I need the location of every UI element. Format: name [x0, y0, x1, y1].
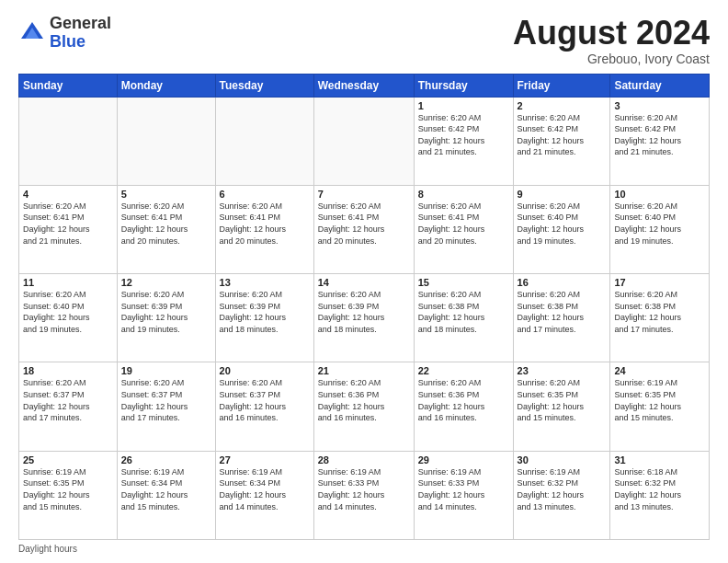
day-number: 22: [418, 365, 509, 376]
day-number: 29: [418, 454, 509, 465]
page: General Blue August 2024 Grebouo, Ivory …: [0, 0, 728, 563]
day-number: 4: [23, 189, 113, 200]
calendar-cell: 28Sunrise: 6:19 AM Sunset: 6:33 PM Dayli…: [313, 451, 414, 539]
calendar-cell: 7Sunrise: 6:20 AM Sunset: 6:41 PM Daylig…: [313, 185, 414, 273]
calendar-cell: 22Sunrise: 6:20 AM Sunset: 6:36 PM Dayli…: [414, 362, 513, 451]
day-number: 27: [220, 454, 310, 465]
day-info: Sunrise: 6:20 AM Sunset: 6:42 PM Dayligh…: [418, 112, 509, 158]
calendar-week-5: 25Sunrise: 6:19 AM Sunset: 6:35 PM Dayli…: [19, 451, 710, 539]
calendar-cell: 20Sunrise: 6:20 AM Sunset: 6:37 PM Dayli…: [215, 362, 313, 451]
calendar-cell: 2Sunrise: 6:20 AM Sunset: 6:42 PM Daylig…: [513, 97, 610, 185]
calendar-cell: 27Sunrise: 6:19 AM Sunset: 6:34 PM Dayli…: [215, 451, 313, 539]
day-number: 21: [318, 365, 410, 376]
calendar-cell: [117, 97, 215, 185]
calendar-cell: 17Sunrise: 6:20 AM Sunset: 6:38 PM Dayli…: [610, 274, 710, 362]
day-number: 2: [518, 100, 607, 111]
day-number: 18: [23, 365, 113, 376]
day-number: 1: [418, 100, 509, 111]
calendar-cell: 1Sunrise: 6:20 AM Sunset: 6:42 PM Daylig…: [414, 97, 513, 185]
calendar-header-friday: Friday: [513, 74, 610, 97]
calendar-header-thursday: Thursday: [414, 74, 513, 97]
logo-general: General: [50, 14, 111, 32]
calendar-cell: 10Sunrise: 6:20 AM Sunset: 6:40 PM Dayli…: [610, 185, 710, 273]
calendar-cell: 29Sunrise: 6:19 AM Sunset: 6:33 PM Dayli…: [414, 451, 513, 539]
calendar-cell: 14Sunrise: 6:20 AM Sunset: 6:39 PM Dayli…: [313, 274, 414, 362]
calendar-cell: 8Sunrise: 6:20 AM Sunset: 6:41 PM Daylig…: [414, 185, 513, 273]
day-info: Sunrise: 6:20 AM Sunset: 6:40 PM Dayligh…: [614, 201, 705, 247]
day-info: Sunrise: 6:18 AM Sunset: 6:32 PM Dayligh…: [614, 466, 705, 512]
day-number: 3: [614, 100, 705, 111]
day-info: Sunrise: 6:20 AM Sunset: 6:42 PM Dayligh…: [614, 112, 705, 158]
day-info: Sunrise: 6:20 AM Sunset: 6:38 PM Dayligh…: [614, 289, 705, 335]
day-info: Sunrise: 6:20 AM Sunset: 6:37 PM Dayligh…: [121, 377, 211, 423]
day-number: 5: [121, 189, 211, 200]
logo-blue: Blue: [50, 32, 85, 51]
day-number: 23: [518, 365, 607, 376]
day-number: 14: [318, 277, 410, 288]
calendar-header-sunday: Sunday: [19, 74, 118, 97]
day-info: Sunrise: 6:20 AM Sunset: 6:41 PM Dayligh…: [220, 201, 310, 247]
day-info: Sunrise: 6:20 AM Sunset: 6:37 PM Dayligh…: [220, 377, 310, 423]
logo-icon: [18, 19, 46, 47]
day-info: Sunrise: 6:19 AM Sunset: 6:34 PM Dayligh…: [220, 466, 310, 512]
calendar-cell: 23Sunrise: 6:20 AM Sunset: 6:35 PM Dayli…: [513, 362, 610, 451]
day-number: 15: [418, 277, 509, 288]
day-number: 8: [418, 189, 509, 200]
day-info: Sunrise: 6:19 AM Sunset: 6:34 PM Dayligh…: [121, 466, 211, 512]
day-number: 6: [220, 189, 310, 200]
calendar-cell: 3Sunrise: 6:20 AM Sunset: 6:42 PM Daylig…: [610, 97, 710, 185]
day-info: Sunrise: 6:19 AM Sunset: 6:35 PM Dayligh…: [23, 466, 113, 512]
day-info: Sunrise: 6:20 AM Sunset: 6:41 PM Dayligh…: [23, 201, 113, 247]
header: General Blue August 2024 Grebouo, Ivory …: [18, 15, 710, 66]
calendar-cell: 30Sunrise: 6:19 AM Sunset: 6:32 PM Dayli…: [513, 451, 610, 539]
day-number: 24: [614, 365, 705, 376]
calendar-week-1: 1Sunrise: 6:20 AM Sunset: 6:42 PM Daylig…: [19, 97, 710, 185]
day-info: Sunrise: 6:20 AM Sunset: 6:40 PM Dayligh…: [23, 289, 113, 335]
calendar-cell: 12Sunrise: 6:20 AM Sunset: 6:39 PM Dayli…: [117, 274, 215, 362]
calendar-cell: 6Sunrise: 6:20 AM Sunset: 6:41 PM Daylig…: [215, 185, 313, 273]
day-number: 9: [518, 189, 607, 200]
day-number: 11: [23, 277, 113, 288]
day-info: Sunrise: 6:20 AM Sunset: 6:41 PM Dayligh…: [121, 201, 211, 247]
calendar-cell: 16Sunrise: 6:20 AM Sunset: 6:38 PM Dayli…: [513, 274, 610, 362]
day-info: Sunrise: 6:20 AM Sunset: 6:36 PM Dayligh…: [318, 377, 410, 423]
logo: General Blue: [18, 15, 111, 52]
day-info: Sunrise: 6:20 AM Sunset: 6:35 PM Dayligh…: [518, 377, 607, 423]
calendar-cell: 18Sunrise: 6:20 AM Sunset: 6:37 PM Dayli…: [19, 362, 118, 451]
day-info: Sunrise: 6:19 AM Sunset: 6:32 PM Dayligh…: [518, 466, 607, 512]
day-info: Sunrise: 6:20 AM Sunset: 6:37 PM Dayligh…: [23, 377, 113, 423]
calendar-cell: 19Sunrise: 6:20 AM Sunset: 6:37 PM Dayli…: [117, 362, 215, 451]
title-block: August 2024 Grebouo, Ivory Coast: [513, 15, 710, 66]
day-number: 12: [121, 277, 211, 288]
calendar-cell: 13Sunrise: 6:20 AM Sunset: 6:39 PM Dayli…: [215, 274, 313, 362]
calendar-cell: [313, 97, 414, 185]
day-info: Sunrise: 6:20 AM Sunset: 6:39 PM Dayligh…: [121, 289, 211, 335]
day-number: 16: [518, 277, 607, 288]
day-info: Sunrise: 6:20 AM Sunset: 6:40 PM Dayligh…: [518, 201, 607, 247]
day-number: 7: [318, 189, 410, 200]
day-info: Sunrise: 6:20 AM Sunset: 6:41 PM Dayligh…: [318, 201, 410, 247]
calendar-week-3: 11Sunrise: 6:20 AM Sunset: 6:40 PM Dayli…: [19, 274, 710, 362]
calendar-cell: 4Sunrise: 6:20 AM Sunset: 6:41 PM Daylig…: [19, 185, 118, 273]
day-number: 19: [121, 365, 211, 376]
calendar-week-4: 18Sunrise: 6:20 AM Sunset: 6:37 PM Dayli…: [19, 362, 710, 451]
calendar-cell: 9Sunrise: 6:20 AM Sunset: 6:40 PM Daylig…: [513, 185, 610, 273]
calendar-header-monday: Monday: [117, 74, 215, 97]
calendar-cell: [215, 97, 313, 185]
day-number: 20: [220, 365, 310, 376]
day-number: 13: [220, 277, 310, 288]
calendar-cell: 5Sunrise: 6:20 AM Sunset: 6:41 PM Daylig…: [117, 185, 215, 273]
day-info: Sunrise: 6:19 AM Sunset: 6:33 PM Dayligh…: [418, 466, 509, 512]
calendar-header-row: SundayMondayTuesdayWednesdayThursdayFrid…: [19, 74, 710, 97]
day-info: Sunrise: 6:20 AM Sunset: 6:38 PM Dayligh…: [418, 289, 509, 335]
calendar-cell: 31Sunrise: 6:18 AM Sunset: 6:32 PM Dayli…: [610, 451, 710, 539]
calendar-week-2: 4Sunrise: 6:20 AM Sunset: 6:41 PM Daylig…: [19, 185, 710, 273]
calendar-cell: 15Sunrise: 6:20 AM Sunset: 6:38 PM Dayli…: [414, 274, 513, 362]
calendar-cell: 21Sunrise: 6:20 AM Sunset: 6:36 PM Dayli…: [313, 362, 414, 451]
calendar-header-wednesday: Wednesday: [313, 74, 414, 97]
day-info: Sunrise: 6:20 AM Sunset: 6:41 PM Dayligh…: [418, 201, 509, 247]
calendar-cell: 24Sunrise: 6:19 AM Sunset: 6:35 PM Dayli…: [610, 362, 710, 451]
calendar-cell: 25Sunrise: 6:19 AM Sunset: 6:35 PM Dayli…: [19, 451, 118, 539]
day-info: Sunrise: 6:19 AM Sunset: 6:35 PM Dayligh…: [614, 377, 705, 423]
day-info: Sunrise: 6:20 AM Sunset: 6:39 PM Dayligh…: [318, 289, 410, 335]
